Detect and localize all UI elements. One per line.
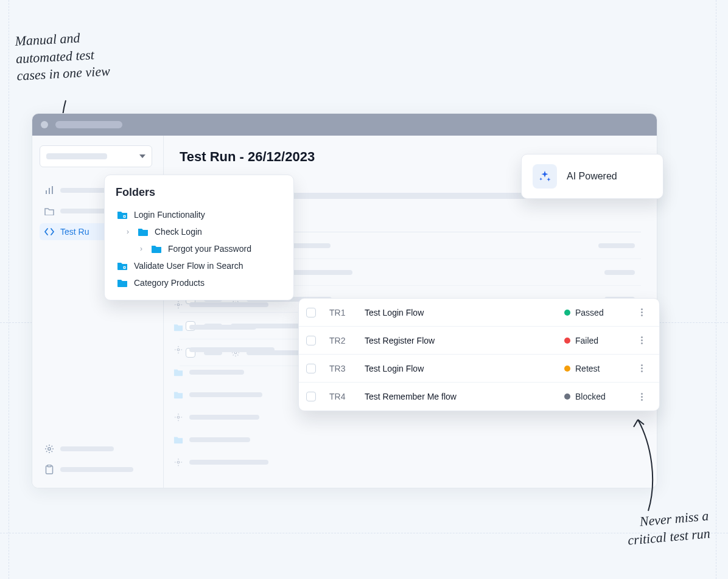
svg-point-11 <box>177 348 180 351</box>
run-name: Test Remember Me flow <box>365 392 564 401</box>
status-dot-icon <box>564 338 570 344</box>
folder-gear-icon <box>117 210 128 219</box>
status-badge: Passed <box>564 308 631 317</box>
run-id: TR2 <box>329 336 365 345</box>
bar-chart-icon <box>44 185 54 195</box>
run-id: TR1 <box>329 308 365 317</box>
svg-point-3 <box>48 448 51 450</box>
folder-label: Category Products <box>134 278 205 288</box>
sidebar-item-settings[interactable] <box>40 440 156 457</box>
test-run-row[interactable]: TR1Test Login FlowPassed <box>299 299 659 327</box>
folder-row[interactable]: Login Functionality <box>116 206 282 223</box>
folder-icon <box>173 435 183 445</box>
folder-row[interactable]: ›Forgot your Password <box>116 240 282 257</box>
row-actions-button[interactable] <box>631 336 652 344</box>
test-run-row[interactable]: TR2Test Register FlowFailed <box>299 327 659 355</box>
traffic-light-icon <box>41 121 48 128</box>
folders-popover: Folders Login Functionality›Check Login›… <box>104 175 294 300</box>
svg-point-13 <box>177 461 180 463</box>
test-run-row[interactable]: TR4Test Remember Me flowBlocked <box>299 383 659 411</box>
address-placeholder <box>55 121 122 128</box>
test-runs-card: TR1Test Login FlowPassedTR2Test Register… <box>298 298 660 411</box>
status-dot-icon <box>564 394 570 400</box>
svg-rect-5 <box>47 465 51 467</box>
folder-icon <box>138 227 149 236</box>
sidebar-item-reports[interactable] <box>40 461 156 478</box>
chevron-right-icon: › <box>140 244 145 253</box>
status-badge: Retest <box>564 364 631 373</box>
window-titlebar <box>32 114 657 136</box>
gear-icon <box>173 345 183 355</box>
row-actions-button[interactable] <box>631 393 652 401</box>
ai-powered-label: AI Powered <box>567 171 617 182</box>
status-dot-icon <box>564 366 570 372</box>
status-badge: Failed <box>564 336 631 345</box>
folder-icon <box>173 367 183 377</box>
folder-label: Validate User Flow in Search <box>134 261 243 271</box>
gear-icon <box>173 457 183 467</box>
svg-rect-2 <box>52 186 53 194</box>
svg-point-17 <box>124 267 125 268</box>
svg-rect-0 <box>46 190 47 194</box>
folder-icon <box>44 206 54 216</box>
status-dot-icon <box>564 310 570 316</box>
svg-point-12 <box>177 416 180 418</box>
folder-icon <box>173 390 183 400</box>
run-name: Test Register Flow <box>365 336 564 345</box>
status-badge: Blocked <box>564 392 631 401</box>
gear-icon <box>173 300 183 310</box>
ai-powered-card: AI Powered <box>521 154 663 199</box>
row-checkbox[interactable] <box>306 392 316 401</box>
row-actions-button[interactable] <box>631 364 652 372</box>
chevron-down-icon <box>139 154 145 158</box>
gear-icon <box>44 444 54 454</box>
sparkle-icon <box>533 164 557 189</box>
run-name: Test Login Flow <box>365 308 564 317</box>
folder-icon <box>117 279 128 287</box>
svg-point-10 <box>177 303 180 306</box>
clipboard-icon <box>44 465 54 474</box>
folder-gear-icon <box>117 262 128 270</box>
test-run-row[interactable]: TR3Test Login FlowRetest <box>299 355 659 383</box>
run-id: TR3 <box>329 364 365 373</box>
folder-icon <box>173 322 183 332</box>
folder-label: Login Functionality <box>134 210 205 220</box>
svg-rect-1 <box>49 188 50 194</box>
folder-icon <box>151 244 162 253</box>
folders-title: Folders <box>116 186 282 199</box>
row-checkbox[interactable] <box>306 364 316 373</box>
run-id: TR4 <box>329 392 365 401</box>
folder-row[interactable]: ›Check Login <box>116 223 282 240</box>
gear-icon <box>173 412 183 422</box>
project-selector[interactable] <box>40 145 152 167</box>
svg-point-15 <box>124 216 125 217</box>
annotation-bottom: Never miss a critical test run <box>626 507 711 549</box>
folder-label: Forgot your Password <box>168 244 251 254</box>
row-checkbox[interactable] <box>306 336 316 345</box>
code-icon <box>44 227 54 237</box>
run-name: Test Login Flow <box>365 364 564 373</box>
sidebar-item-label: Test Ru <box>60 227 89 237</box>
folder-row[interactable]: Validate User Flow in Search <box>116 257 282 274</box>
annotation-top: Manual and automated test cases in one v… <box>15 28 111 85</box>
chevron-right-icon: › <box>127 227 131 236</box>
folder-row[interactable]: Category Products <box>116 274 282 291</box>
row-actions-button[interactable] <box>631 308 652 316</box>
row-checkbox[interactable] <box>306 308 316 317</box>
folder-label: Check Login <box>155 227 202 237</box>
